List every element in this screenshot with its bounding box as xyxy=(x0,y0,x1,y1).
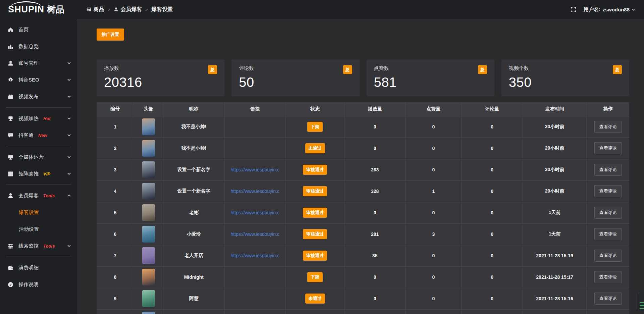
breadcrumb-item-member[interactable]: 会员爆客 xyxy=(114,6,142,13)
view-comments-button[interactable]: 查看评论 xyxy=(594,271,622,283)
view-comments-button[interactable]: 查看评论 xyxy=(594,121,622,133)
cell-avatar xyxy=(134,288,163,309)
view-comments-button[interactable]: 查看评论 xyxy=(594,250,622,262)
user-menu[interactable]: 用户名: zswodun88 xyxy=(584,6,635,13)
breadcrumb-item-home[interactable]: 树品 xyxy=(87,6,104,13)
cell-link: https://www.iesdouyin.c xyxy=(224,223,286,245)
video-link[interactable]: https://www.iesdouyin.c xyxy=(231,189,280,194)
cell-id: 7 xyxy=(97,245,134,266)
sidebar-divider xyxy=(6,146,71,146)
status-badge: 未通过 xyxy=(305,143,325,153)
sidebar-subitem-爆客设置[interactable]: 爆客设置 xyxy=(0,204,77,221)
fullscreen-button[interactable] xyxy=(571,7,576,12)
stat-card-点赞数: 点赞数总581 xyxy=(367,59,494,96)
dashboard-icon xyxy=(87,7,91,12)
topbar: 树品 > 会员爆客 > 爆客设置 用户名: zswodun88 xyxy=(77,0,644,19)
view-comments-button[interactable]: 查看评论 xyxy=(594,293,622,305)
chat-icon xyxy=(7,132,13,138)
home-icon xyxy=(7,27,13,33)
brand-logo[interactable]: SHUPIN 树品 xyxy=(0,0,77,19)
cell-id: 4 xyxy=(97,180,134,202)
sidebar-item-抖客通[interactable]: 抖客通New xyxy=(0,127,77,144)
view-comments-button[interactable]: 查看评论 xyxy=(594,185,622,197)
sidebar-item-矩阵助推[interactable]: 矩阵助推VIP xyxy=(0,165,77,182)
chevron-down-icon xyxy=(67,155,71,159)
cell-nickname: 老彬 xyxy=(163,202,224,223)
cell-actions: 查看评论 xyxy=(587,223,629,245)
status-badge: 审核通过 xyxy=(303,208,327,218)
chevron-up-icon xyxy=(67,194,71,198)
column-header-播放量: 播放量 xyxy=(344,102,406,116)
cell-time: 20小时前 xyxy=(523,116,587,138)
cell-avatar xyxy=(134,202,163,223)
view-comments-button[interactable]: 查看评论 xyxy=(594,207,622,219)
sidebar-item-视频加热[interactable]: 视频加热Hot xyxy=(0,110,77,127)
sidebar-item-label: 视频加热 xyxy=(18,115,39,122)
cell-avatar xyxy=(134,180,163,202)
video-link[interactable]: https://www.iesdouyin.c xyxy=(231,210,280,215)
table-row: 7老人开店https://www.iesdouyin.c审核通过35002021… xyxy=(97,245,629,266)
stat-card-视频个数: 视频个数总350 xyxy=(501,59,629,96)
video-link[interactable]: https://www.iesdouyin.c xyxy=(231,253,280,258)
cell-status: 审核通过 xyxy=(286,202,344,223)
cell-actions xyxy=(587,309,629,314)
sidebar-item-账号管理[interactable]: 账号管理 xyxy=(0,55,77,71)
cell-nickname: 我不是小帅! xyxy=(163,138,224,159)
cell-avatar xyxy=(134,309,163,314)
cell-status: 下架 xyxy=(286,266,344,288)
brand-logo-en: SHUPIN xyxy=(8,4,44,15)
fullscreen-icon xyxy=(571,7,576,12)
sidebar-item-消费明细[interactable]: 消费明细 xyxy=(0,259,77,276)
sidebar-item-操作说明[interactable]: ?操作说明 xyxy=(0,276,77,293)
cell-id: 5 xyxy=(97,202,134,223)
cell-link: https://www.iesdouyin.c xyxy=(224,159,286,180)
person-icon xyxy=(114,7,118,12)
cell-nickname: 阿慧 xyxy=(163,288,224,309)
sidebar-badge-New: New xyxy=(38,133,47,138)
sidebar-subitem-活动设置[interactable]: 活动设置 xyxy=(0,221,77,238)
view-comments-button[interactable]: 查看评论 xyxy=(594,164,622,176)
cell-avatar xyxy=(134,138,163,159)
cell-time: 2021-11-28 15:19 xyxy=(523,245,587,266)
total-badge: 总 xyxy=(478,65,487,74)
cell-likes: 3 xyxy=(406,223,462,245)
sidebar-item-抖音SEO[interactable]: 抖音SEO xyxy=(0,71,77,88)
stat-label: 播放数 xyxy=(104,65,119,71)
cell-time: 20小时前 xyxy=(523,159,587,180)
video-link[interactable]: https://www.iesdouyin.c xyxy=(231,167,280,172)
cell-actions: 查看评论 xyxy=(587,288,629,309)
cell-status xyxy=(286,309,344,314)
cell-likes: 0 xyxy=(406,288,462,309)
status-badge: 审核通过 xyxy=(303,186,327,196)
sidebar-item-全媒体运营[interactable]: 全媒体运营 xyxy=(0,149,77,165)
cell-link: https://www.iesdouyin.c xyxy=(224,245,286,266)
sidebar-item-label: 全媒体运营 xyxy=(18,154,44,160)
cell-nickname: 老人开店 xyxy=(163,245,224,266)
sidebar-item-数据总览[interactable]: 数据总览 xyxy=(0,38,77,55)
total-badge: 总 xyxy=(343,65,352,74)
table-row: 8Midnight下架0002021-11-28 15:17查看评论 xyxy=(97,266,629,288)
chevron-down-icon xyxy=(632,8,635,11)
column-header-状态: 状态 xyxy=(286,102,344,116)
cell-likes: 0 xyxy=(406,245,462,266)
video-link[interactable]: https://www.iesdouyin.c xyxy=(231,231,280,237)
cell-plays: 0 xyxy=(344,116,406,138)
cell-comments xyxy=(462,309,523,314)
cell-plays: 263 xyxy=(344,159,406,180)
promo-settings-button[interactable]: 推广设置 xyxy=(97,29,124,41)
sidebar-item-线索监控[interactable]: 线索监控Tools xyxy=(0,238,77,254)
sliders-icon xyxy=(7,243,13,249)
sidebar-item-label: 数据总览 xyxy=(18,43,39,50)
sidebar-item-视频发布[interactable]: 视频发布 xyxy=(0,88,77,105)
sidebar-item-首页[interactable]: 首页 xyxy=(0,21,77,38)
cell-actions: 查看评论 xyxy=(587,159,629,180)
avatar xyxy=(142,269,155,285)
cell-comments: 0 xyxy=(462,159,523,180)
help-icon: ? xyxy=(7,281,13,287)
view-comments-button[interactable]: 查看评论 xyxy=(594,228,622,240)
cell-time: 20小时前 xyxy=(523,138,587,159)
view-comments-button[interactable]: 查看评论 xyxy=(594,142,622,154)
floating-plugin-widget[interactable] xyxy=(638,292,644,311)
status-badge: 下架 xyxy=(307,272,323,282)
sidebar-item-会员爆客[interactable]: 会员爆客Tools xyxy=(0,187,77,204)
